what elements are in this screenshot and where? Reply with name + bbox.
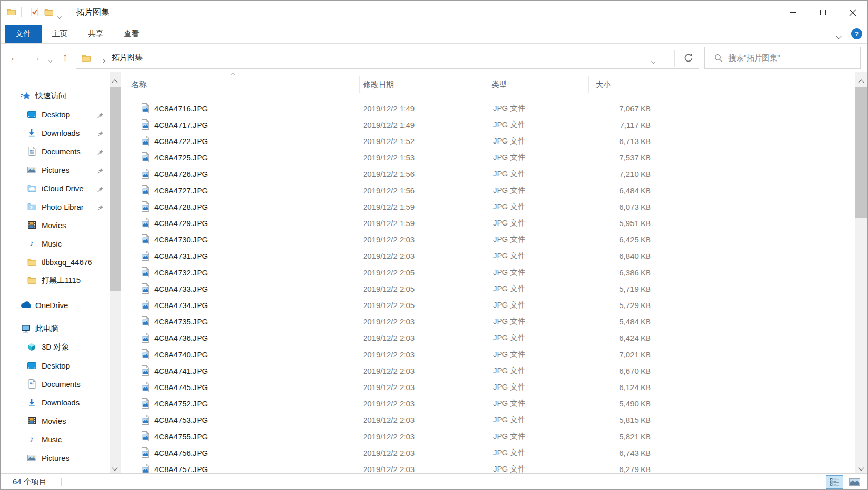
sidebar-item-3D 对象[interactable]: 3D 对象 [1, 338, 110, 356]
file-name: 4C8A4717.JPG [154, 120, 363, 129]
tab-share[interactable]: 共享 [84, 25, 108, 43]
help-button[interactable]: ? [851, 28, 862, 39]
close-button[interactable] [838, 1, 867, 25]
file-name: 4C8A4726.JPG [154, 170, 363, 178]
scroll-up-icon[interactable] [113, 77, 117, 86]
sidebar-item-Documents[interactable]: Documents [1, 375, 110, 393]
file-row-4C8A4756.JPG[interactable]: 4C8A4756.JPG2019/12/2 2:03JPG 文件6,743 KB [124, 444, 658, 461]
file-row-4C8A4717.JPG[interactable]: 4C8A4717.JPG2019/12/2 1:49JPG 文件7,117 KB [124, 116, 658, 133]
tab-view[interactable]: 查看 [120, 25, 144, 43]
breadcrumb-chevron-icon[interactable] [102, 55, 105, 64]
refresh-button[interactable] [683, 53, 694, 65]
sidebar-section-OneDrive[interactable]: OneDrive [1, 296, 110, 314]
file-type: JPG 文件 [493, 350, 590, 359]
file-row-4C8A4725.JPG[interactable]: 4C8A4725.JPG2019/12/2 1:53JPG 文件7,537 KB [124, 149, 658, 166]
sidebar-item-打黑工1115[interactable]: 打黑工1115 [1, 271, 110, 290]
sidebar-section-快速访问[interactable]: 快速访问 [1, 87, 110, 105]
sidebar-item-Pictures[interactable]: Pictures [1, 160, 110, 179]
up-button[interactable]: ↑ [62, 51, 68, 64]
sidebar-item-tlbbxgq_44676[interactable]: tlbbxgq_44676 [1, 253, 110, 271]
column-header-name[interactable]: 名称 [124, 76, 360, 93]
file-size: 6,073 KB [590, 202, 651, 211]
column-header-modified[interactable]: 修改日期 [360, 76, 483, 93]
file-name: 4C8A4725.JPG [154, 153, 363, 162]
sidebar-scrollbar[interactable] [110, 72, 121, 473]
recent-locations-dropdown[interactable] [49, 55, 52, 64]
sidebar-item-label: Movies [42, 417, 66, 425]
jpg-file-icon [141, 201, 149, 212]
thumbnail-view-button[interactable] [846, 475, 863, 489]
file-row-4C8A4745.JPG[interactable]: 4C8A4745.JPG2019/12/2 2:03JPG 文件6,124 KB [124, 379, 658, 395]
file-row-4C8A4729.JPG[interactable]: 4C8A4729.JPG2019/12/2 1:59JPG 文件5,951 KB [124, 215, 658, 231]
forward-button[interactable]: → [30, 51, 41, 64]
file-row-4C8A4726.JPG[interactable]: 4C8A4726.JPG2019/12/2 1:56JPG 文件7,210 KB [124, 166, 658, 182]
chevron-down-icon [651, 59, 655, 64]
scroll-down-icon[interactable] [113, 463, 117, 472]
sidebar-item-Desktop[interactable]: Desktop [1, 105, 110, 124]
sidebar-item-iCloud Drive[interactable]: iCloud Drive [1, 179, 110, 197]
file-row-4C8A4740.JPG[interactable]: 4C8A4740.JPG2019/12/2 2:03JPG 文件7,021 KB [124, 346, 658, 362]
sidebar-item-label: Pictures [42, 166, 69, 174]
scroll-up-icon[interactable] [859, 77, 863, 86]
sidebar-item-Music[interactable]: ♪Music [1, 430, 110, 448]
qat-customize-dropdown[interactable] [58, 11, 61, 20]
ribbon-collapse-button[interactable] [837, 31, 841, 40]
file-row-4C8A4722.JPG[interactable]: 4C8A4722.JPG2019/12/2 1:52JPG 文件6,713 KB [124, 133, 658, 149]
ribbon-tab-bar: 文件 主页 共享 查看 ? [1, 25, 867, 44]
maximize-button[interactable] [808, 1, 838, 25]
file-row-4C8A4735.JPG[interactable]: 4C8A4735.JPG2019/12/2 2:03JPG 文件5,484 KB [124, 313, 658, 330]
sidebar-item-Movies[interactable]: Movies [1, 412, 110, 430]
search-input[interactable] [728, 48, 857, 68]
sidebar-item-Photo Librar[interactable]: Photo Librar [1, 197, 110, 216]
sidebar-item-Downloads[interactable]: Downloads [1, 393, 110, 412]
jpg-file-icon [141, 283, 149, 294]
file-row-4C8A4752.JPG[interactable]: 4C8A4752.JPG2019/12/2 2:03JPG 文件5,490 KB [124, 395, 658, 412]
file-row-4C8A4731.JPG[interactable]: 4C8A4731.JPG2019/12/2 2:03JPG 文件6,840 KB [124, 248, 658, 264]
sidebar-item-Movies[interactable]: Movies [1, 216, 110, 234]
file-row-4C8A4757.JPG[interactable]: 4C8A4757.JPG2019/12/2 2:03JPG 文件6,279 KB [124, 461, 658, 473]
sidebar-item-Pictures[interactable]: Pictures [1, 448, 110, 467]
file-row-4C8A4736.JPG[interactable]: 4C8A4736.JPG2019/12/2 2:03JPG 文件6,424 KB [124, 330, 658, 346]
sidebar-section-此电脑[interactable]: 此电脑 [1, 319, 110, 338]
sidebar-item-label: Desktop [42, 361, 70, 370]
column-header-size[interactable]: 大小 [589, 76, 658, 93]
file-row-4C8A4753.JPG[interactable]: 4C8A4753.JPG2019/12/2 2:03JPG 文件5,815 KB [124, 412, 658, 428]
search-box[interactable] [704, 47, 861, 69]
minimize-button[interactable] [778, 1, 808, 25]
file-list-scrollbar-thumb[interactable] [855, 87, 867, 218]
sidebar-item-Music[interactable]: ♪Music [1, 234, 110, 253]
window-folder-icon [7, 8, 16, 17]
sidebar-scrollbar-thumb[interactable] [110, 87, 121, 291]
file-row-4C8A4730.JPG[interactable]: 4C8A4730.JPG2019/12/2 2:03JPG 文件6,425 KB [124, 231, 658, 248]
sidebar-item-Downloads[interactable]: Downloads [1, 124, 110, 142]
breadcrumb-folder-name[interactable]: 拓片图集 [112, 53, 143, 63]
chevron-down-icon [836, 33, 841, 39]
file-type: JPG 文件 [493, 382, 590, 392]
column-header-type[interactable]: 类型 [483, 76, 589, 93]
file-list-scrollbar[interactable] [855, 72, 867, 473]
file-row-4C8A4727.JPG[interactable]: 4C8A4727.JPG2019/12/2 1:56JPG 文件6,484 KB [124, 182, 658, 198]
file-modified-date: 2019/12/2 2:03 [363, 235, 493, 244]
jpg-file-icon [141, 136, 149, 146]
tab-file[interactable]: 文件 [5, 25, 42, 43]
file-row-4C8A4728.JPG[interactable]: 4C8A4728.JPG2019/12/2 1:59JPG 文件6,073 KB [124, 198, 658, 215]
file-row-4C8A4755.JPG[interactable]: 4C8A4755.JPG2019/12/2 2:03JPG 文件5,821 KB [124, 428, 658, 444]
file-row-4C8A4732.JPG[interactable]: 4C8A4732.JPG2019/12/2 2:05JPG 文件6,386 KB [124, 264, 658, 280]
jpg-file-icon [141, 169, 149, 179]
tab-home[interactable]: 主页 [48, 25, 72, 43]
file-name: 4C8A4728.JPG [154, 202, 363, 211]
sidebar-item-Documents[interactable]: Documents [1, 142, 110, 160]
file-size: 6,713 KB [590, 137, 651, 146]
details-view-button[interactable] [826, 475, 843, 489]
address-dropdown-button[interactable] [652, 56, 655, 65]
sidebar-item-Desktop[interactable]: Desktop [1, 356, 110, 375]
scroll-down-icon[interactable] [859, 463, 863, 472]
qat-properties-button[interactable] [28, 7, 41, 19]
back-button[interactable]: ← [10, 51, 21, 64]
file-row-4C8A4741.JPG[interactable]: 4C8A4741.JPG2019/12/2 2:03JPG 文件6,670 KB [124, 362, 658, 379]
file-row-4C8A4734.JPG[interactable]: 4C8A4734.JPG2019/12/2 2:05JPG 文件5,729 KB [124, 297, 658, 313]
file-row-4C8A4716.JPG[interactable]: 4C8A4716.JPG2019/12/2 1:49JPG 文件7,067 KB [124, 100, 658, 116]
address-bar[interactable]: 拓片图集 [76, 47, 699, 69]
file-row-4C8A4733.JPG[interactable]: 4C8A4733.JPG2019/12/2 2:05JPG 文件5,719 KB [124, 280, 658, 297]
qat-newfolder-button[interactable] [43, 7, 55, 19]
